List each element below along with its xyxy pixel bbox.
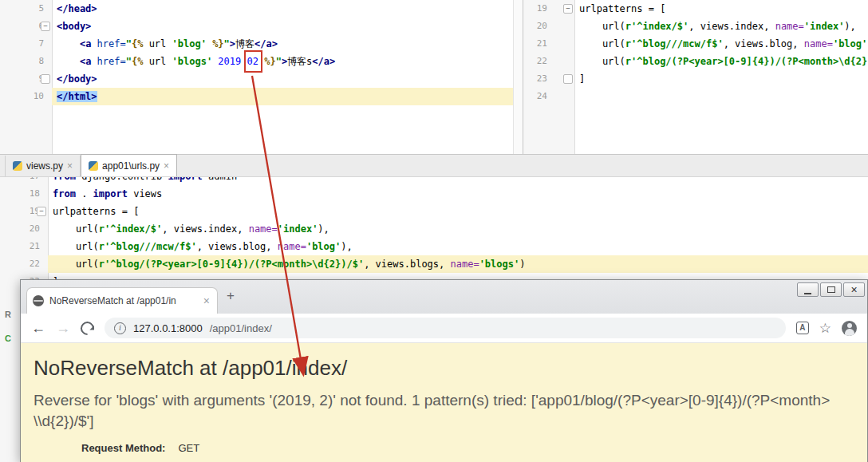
code-line: ] [574, 70, 868, 88]
tab-close-icon[interactable]: × [67, 161, 73, 171]
editor-line[interactable]: 18from . import views [0, 185, 868, 203]
url-path: /app01/index/ [210, 322, 272, 334]
code-line: url(r'^blog/(?P<year>[0-9]{4})/(?P<month… [574, 53, 868, 70]
browser-window: NoReverseMatch at /app01/in × + × ← → i … [20, 279, 868, 462]
line-number: 21 [30, 238, 40, 255]
line-number: 5 [38, 0, 44, 18]
editor-line[interactable]: 6−<body> [0, 18, 513, 35]
address-bar[interactable]: i 127.0.0.1:8000/app01/index/ [105, 318, 786, 338]
browser-tab-title: NoReverseMatch at /app01/in [49, 295, 196, 306]
tab-views-py[interactable]: views.py × [5, 156, 81, 176]
editor-line[interactable]: 19−urlpatterns = [ [0, 203, 868, 220]
browser-titlebar[interactable]: NoReverseMatch at /app01/in × + × [21, 280, 867, 314]
line-number: 21 [537, 35, 547, 53]
profile-avatar[interactable] [842, 321, 857, 336]
line-number: 7 [38, 35, 44, 53]
editor-line[interactable]: 21 url(r'^blog///mcw/f$', views.blog, na… [0, 238, 868, 255]
code-line: url(r'^index/$', views.index, name='inde… [48, 220, 868, 238]
translate-icon[interactable]: A [796, 322, 809, 334]
page-favicon-icon [33, 295, 44, 306]
page-info-icon[interactable]: i [114, 322, 126, 334]
editor-line[interactable]: 17from django.contrib import admin [0, 177, 868, 185]
request-method-value: GET [178, 442, 199, 454]
fold-marker-icon[interactable] [563, 74, 573, 84]
line-number: 22 [30, 255, 40, 273]
code-line [574, 88, 868, 105]
python-file-icon [13, 161, 22, 171]
code-line: <a href="{% url 'blogs' 2019 02 %}">博客s<… [52, 53, 513, 70]
editor-line[interactable]: 5</head> [0, 0, 513, 18]
code-line: </head> [52, 0, 513, 18]
line-number: 20 [30, 220, 40, 238]
urls-editor-pane-right[interactable]: 19−urlpatterns = [20 url(r'^index/$', vi… [523, 0, 868, 154]
code-line: </html> [52, 88, 513, 105]
line-number: 10 [34, 88, 44, 105]
tool-window-stripe-letter[interactable]: R [5, 310, 11, 319]
error-title: NoReverseMatch at /app01/index/ [34, 356, 867, 381]
line-number: 17 [30, 177, 40, 185]
editor-line[interactable]: 20 url(r'^index/$', views.index, name='i… [523, 18, 868, 35]
code-line: from . import views [48, 185, 868, 203]
url-host: 127.0.0.1:8000 [133, 322, 203, 334]
fold-marker-icon[interactable]: − [41, 22, 50, 31]
editor-line[interactable]: 24 [523, 88, 868, 105]
editor-line[interactable]: 23] [523, 70, 868, 88]
forward-button[interactable]: → [56, 321, 70, 335]
line-number: 8 [38, 53, 44, 70]
bookmark-star-icon[interactable]: ☆ [819, 322, 831, 335]
editor-line[interactable]: 8 <a href="{% url 'blogs' 2019 02 %}">博客… [0, 53, 513, 70]
refresh-button[interactable] [77, 318, 97, 338]
editor-line[interactable]: 19−urlpatterns = [ [523, 0, 868, 18]
code-line: url(r'^blog///mcw/f$', views.blog, name=… [48, 238, 868, 255]
line-number: 19 [537, 0, 547, 18]
line-number: 20 [537, 18, 547, 35]
editor-tab-bar: views.py × app01\urls.py × [0, 154, 868, 177]
tab-app01-urls-py[interactable]: app01\urls.py × [81, 154, 177, 176]
maximize-button[interactable] [820, 282, 842, 297]
close-button[interactable]: × [843, 282, 865, 297]
screen: 5</head>6−<body>7 <a href="{% url 'blog'… [0, 0, 868, 462]
code-line: url(r'^blog/(?P<year>[0-9]{4})/(?P<month… [48, 255, 868, 273]
request-method-row: Request Method:GET [34, 442, 867, 454]
tab-close-icon[interactable]: × [202, 295, 211, 306]
code-line: url(r'^blog///mcw/f$', views.blog, name=… [574, 35, 868, 53]
fold-marker-icon[interactable]: − [37, 207, 46, 216]
editor-line[interactable]: 22 url(r'^blog/(?P<year>[0-9]{4})/(?P<mo… [523, 53, 868, 70]
line-number: 22 [537, 53, 547, 70]
fold-marker-icon[interactable]: − [563, 4, 573, 14]
code-line: urlpatterns = [ [574, 0, 868, 18]
tool-window-stripe-letter[interactable]: C [5, 334, 11, 343]
code-line: from django.contrib import admin [48, 177, 868, 185]
new-tab-button[interactable]: + [227, 289, 235, 302]
tab-label: app01\urls.py [102, 160, 160, 172]
line-number: 24 [537, 88, 547, 105]
minimize-button[interactable] [797, 282, 819, 297]
code-line: <a href="{% url 'blog' %}">博客</a> [52, 35, 513, 53]
editor-line[interactable]: 9</body> [0, 70, 513, 88]
window-controls: × [795, 282, 865, 297]
request-method-label: Request Method: [81, 442, 165, 454]
code-line: </body> [52, 70, 513, 88]
code-line: url(r'^index/$', views.index, name='inde… [574, 18, 868, 35]
python-file-icon [89, 161, 98, 171]
line-number: 23 [537, 70, 547, 88]
browser-tab[interactable]: NoReverseMatch at /app01/in × [26, 287, 218, 314]
editor-line[interactable]: 22 url(r'^blog/(?P<year>[0-9]{4})/(?P<mo… [0, 255, 868, 273]
tab-label: views.py [26, 160, 63, 172]
back-button[interactable]: ← [31, 321, 45, 335]
error-message: Reverse for 'blogs' with arguments '(201… [34, 390, 839, 432]
code-line: <body> [52, 18, 513, 35]
editor-line[interactable]: 10</html> [0, 88, 513, 105]
fold-marker-icon[interactable] [41, 74, 50, 84]
tab-close-icon[interactable]: × [164, 161, 169, 171]
line-number: 18 [30, 185, 40, 203]
html-editor-pane[interactable]: 5</head>6−<body>7 <a href="{% url 'blog'… [0, 0, 513, 154]
code-line: urlpatterns = [ [48, 203, 868, 220]
editor-line[interactable]: 20 url(r'^index/$', views.index, name='i… [0, 220, 868, 238]
browser-toolbar: ← → i 127.0.0.1:8000/app01/index/ A ☆ [21, 314, 867, 343]
django-error-page: NoReverseMatch at /app01/index/ Reverse … [21, 343, 867, 462]
editor-line[interactable]: 21 url(r'^blog///mcw/f$', views.blog, na… [523, 35, 868, 53]
